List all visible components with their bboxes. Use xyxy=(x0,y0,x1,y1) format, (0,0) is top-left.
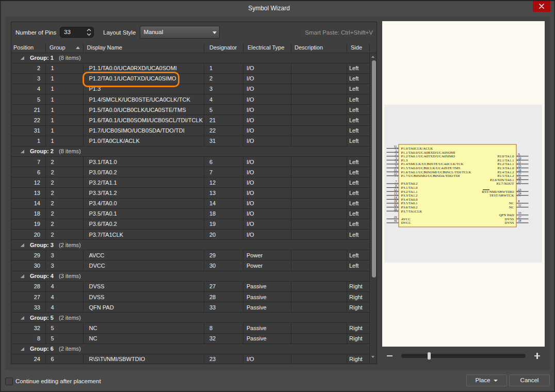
svg-text:P3.7/TA1CLK: P3.7/TA1CLK xyxy=(401,209,422,214)
svg-text:11: 11 xyxy=(518,160,521,164)
svg-text:17: 17 xyxy=(518,172,521,175)
svg-text:21: 21 xyxy=(394,169,397,172)
svg-text:P1.2/TA0.1/UCA0TXD/UCA0SIMO: P1.2/TA0.1/UCA0TXD/UCA0SIMO xyxy=(401,154,455,158)
svg-text:7: 7 xyxy=(396,180,397,183)
svg-text:25: 25 xyxy=(518,180,521,183)
svg-text:26: 26 xyxy=(518,176,521,179)
svg-text:1: 1 xyxy=(396,149,397,152)
svg-text:4: 4 xyxy=(396,160,397,164)
svg-text:P2.7/XOUT: P2.7/XOUT xyxy=(496,182,514,186)
svg-text:28: 28 xyxy=(518,219,521,222)
svg-text:12: 12 xyxy=(394,188,397,191)
svg-text:20: 20 xyxy=(394,208,397,211)
svg-text:9: 9 xyxy=(518,153,520,156)
svg-text:P1.7/UCB0SIMO/UCB0SDA/TDO/TDI: P1.7/UCB0SIMO/UCB0SDA/TDO/TDI xyxy=(401,174,460,178)
svg-text:DVCC: DVCC xyxy=(401,221,412,225)
svg-text:23: 23 xyxy=(518,188,521,191)
svg-text:10: 10 xyxy=(518,157,521,160)
svg-text:33: 33 xyxy=(518,211,521,215)
svg-text:TEST/SBWTCK: TEST/SBWTCK xyxy=(489,193,514,198)
svg-text:6: 6 xyxy=(396,184,397,187)
svg-text:31: 31 xyxy=(394,145,397,148)
svg-text:NC: NC xyxy=(509,205,514,209)
svg-text:2: 2 xyxy=(396,153,397,156)
svg-text:DVSS: DVSS xyxy=(505,221,514,225)
svg-text:14: 14 xyxy=(394,196,397,199)
svg-text:15: 15 xyxy=(518,165,521,168)
svg-text:27: 27 xyxy=(518,216,521,219)
svg-text:30: 30 xyxy=(394,219,397,222)
svg-text:8: 8 xyxy=(518,200,520,203)
svg-text:13: 13 xyxy=(394,192,397,195)
svg-text:22: 22 xyxy=(394,172,397,175)
svg-text:3: 3 xyxy=(396,157,397,160)
svg-text:32: 32 xyxy=(518,204,521,207)
svg-text:18: 18 xyxy=(394,200,397,203)
svg-text:16: 16 xyxy=(518,169,521,172)
svg-text:29: 29 xyxy=(394,216,397,219)
svg-text:5: 5 xyxy=(396,165,397,168)
svg-text:24: 24 xyxy=(518,192,521,195)
svg-text:19: 19 xyxy=(394,204,397,207)
